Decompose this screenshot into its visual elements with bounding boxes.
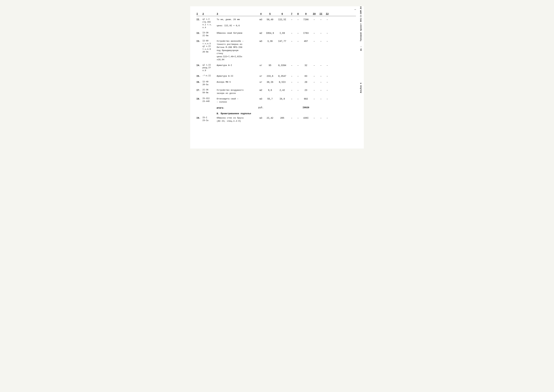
row-c9: 20 (301, 81, 311, 84)
row-c10: – (311, 40, 318, 43)
side-label-num: 41 - (360, 46, 362, 83)
row-unit: м3 (258, 18, 264, 21)
row-c11: – (318, 64, 324, 67)
row-c9: 32 (301, 64, 311, 67)
header-col-12: I2 (324, 13, 330, 15)
row-c11: – (318, 32, 324, 35)
row-c9: 23 (301, 89, 311, 92)
row-sub-id: цI ч.IIразд.IYп.9 (202, 64, 217, 72)
row-c10: – (311, 116, 318, 120)
row-qty: 58,49 (264, 18, 276, 21)
row-qty: 2I,42 (264, 116, 276, 120)
row-c7: – (289, 89, 295, 92)
section-title: Ш. Проветриваемое подполье (196, 112, 356, 115)
header-col-3: 3 (217, 13, 258, 15)
table-row: ИТОГО: руб. I9920 (196, 105, 356, 110)
row-c10: – (311, 81, 318, 84)
row-c12: – (324, 116, 330, 120)
row-id: I7. (196, 89, 202, 92)
row-c7: – (289, 64, 295, 67)
table-row: I6. I2-4020-5а Анкера МИ-5 кг 38,I6 0,5I… (196, 80, 356, 86)
row-desc: Обмазка стен из бруса(АС-I3, спец.п.2-б) (217, 116, 258, 123)
row-desc: То же, диам. 26 ммцена: I2I,9I + 0,6 (217, 18, 258, 27)
row-unit: м3 (258, 97, 264, 100)
table-row: I3. I2-69т.ч.п.5цI ч.IYт.ч.п.920-9ж Устр… (196, 39, 356, 61)
row-sub-id: I2-69т.ч.п.5цI ч.IYт.ч.п.920-9ж (202, 40, 217, 54)
row-desc: Устройство воздушногозазора из досок (217, 89, 258, 95)
row-c12: – (324, 32, 330, 35)
row-c11: – (318, 75, 324, 78)
row-c12: – (324, 75, 330, 78)
row-qty: 3,36 (264, 40, 276, 43)
row-c9: 602 (301, 97, 311, 100)
row-id: I9. (196, 116, 202, 120)
side-label-top: Типовой проект 801-3-30М.84 (360, 6, 362, 46)
row-price: 0,3547 (276, 75, 289, 78)
row-c7: – (289, 32, 295, 35)
row-price: 0,3394 (276, 64, 289, 67)
table-row: I5. –"–п.II Арматура А-II кг 233,6 0,354… (196, 74, 356, 78)
table-row: II. цI ч.Iстр.I0Iп.1 т.ч.п.4 То же, диам… (196, 17, 356, 29)
row-c7: – (289, 81, 295, 84)
row-c12: – (324, 18, 330, 21)
header-col-1: I (196, 13, 202, 15)
row-c12: – (324, 81, 330, 84)
row-c12: – (324, 89, 330, 92)
row-id: I2. (196, 32, 202, 35)
row-c8: – (295, 116, 301, 120)
row-c9: 7I66 (301, 18, 311, 21)
row-c8: – (295, 97, 301, 101)
row-price: 0,5I3 (276, 81, 289, 84)
row-c11: – (318, 97, 324, 101)
header-col-6: 6 (276, 13, 289, 15)
row-unit: м2 (258, 89, 264, 92)
row-sub-id: цI ч.Iстр.I0Iп.1 т.ч.п.4 (202, 18, 217, 29)
row-price: I0,8 (276, 97, 289, 100)
row-c11: – (318, 40, 324, 43)
row-c7: – (289, 40, 295, 43)
side-labels: Типовой проект 801-3-30М.84 41 - Альбом … (358, 6, 364, 148)
row-unit: кг (258, 81, 264, 84)
row-c9: 83 (301, 75, 311, 78)
row-desc: Арматура А-II (217, 75, 258, 78)
table-row: I9. I5–I23–Iа Обмазка стен из бруса(АС-I… (196, 116, 356, 123)
row-id: I6. (196, 81, 202, 84)
table-header: I 2 3 4 5 6 7 8 9 IO II I2 (196, 13, 356, 16)
row-id: I3. (196, 40, 202, 43)
row-c7: – (289, 75, 295, 78)
row-desc: Обмазка свай битумом (217, 32, 258, 35)
row-unit: м3 (258, 40, 264, 43)
row-price: I47,77 (276, 40, 289, 43)
row-unit: м3 (258, 116, 264, 120)
row-qty: 38,I6 (264, 81, 276, 84)
header-col-8: 8 (295, 13, 301, 15)
row-id: I4. (196, 64, 202, 67)
row-qty: 95 (264, 64, 276, 67)
row-c8: – (295, 32, 301, 35)
row-price: 2,42 (276, 89, 289, 92)
row-sub-id: 2I-3659-9в (202, 89, 217, 94)
row-c7: – (289, 97, 295, 101)
row-desc: Огнезащита свай –– колонн (217, 97, 258, 104)
row-qty: I054,9 (264, 32, 276, 35)
row-price: I,69 (276, 32, 289, 35)
row-c11: – (318, 89, 324, 92)
row-price: I22,5I (276, 18, 289, 21)
row-desc: Устройство железобе –тонного ростверка и… (217, 40, 258, 61)
row-c8: – (295, 64, 301, 67)
header-col-9: 9 (301, 13, 311, 15)
row-c9: 497 (301, 40, 311, 43)
row-sub-id: –"–п.II (202, 75, 217, 77)
row-qty: 55,7 (264, 97, 276, 100)
row-c8: – (295, 81, 301, 84)
row-id: I5. (196, 75, 202, 78)
row-c12: – (324, 64, 330, 67)
row-c8: – (295, 89, 301, 92)
table-row: I7. 2I-3659-9в Устройство воздушногозазо… (196, 88, 356, 95)
row-c10: – (311, 32, 318, 35)
row-c8: – (295, 40, 301, 43)
row-c7: – (289, 116, 295, 120)
row-price: 205 (276, 116, 289, 120)
header-col-4: 4 (258, 13, 264, 15)
row-id: I8. (196, 97, 202, 100)
